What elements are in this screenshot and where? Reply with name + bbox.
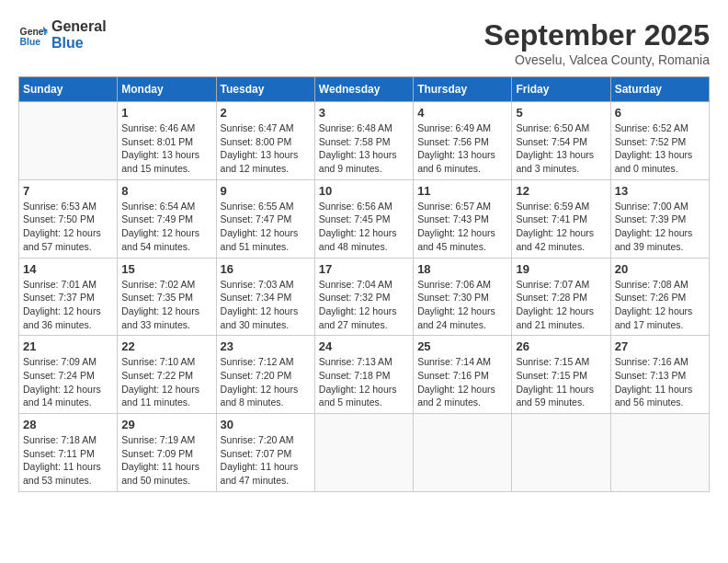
day-cell: 24Sunrise: 7:13 AMSunset: 7:18 PMDayligh… <box>314 336 413 414</box>
logo-line2: Blue <box>51 35 107 52</box>
header-cell-thursday: Thursday <box>414 77 512 102</box>
day-number: 29 <box>121 418 211 431</box>
day-number: 12 <box>516 184 606 198</box>
day-cell: 16Sunrise: 7:03 AMSunset: 7:34 PMDayligh… <box>216 258 314 336</box>
day-number: 9 <box>221 184 311 198</box>
day-cell: 23Sunrise: 7:12 AMSunset: 7:20 PMDayligh… <box>216 336 314 414</box>
day-info: Sunrise: 7:13 AMSunset: 7:18 PMDaylight:… <box>319 355 409 409</box>
day-cell <box>512 414 610 492</box>
day-info: Sunrise: 6:47 AMSunset: 8:00 PMDaylight:… <box>221 121 311 176</box>
day-cell <box>610 414 709 492</box>
page-header: General Blue General Blue September 2025… <box>18 18 710 67</box>
header-cell-wednesday: Wednesday <box>314 77 413 102</box>
day-info: Sunrise: 7:03 AMSunset: 7:34 PMDaylight:… <box>221 278 311 332</box>
day-cell: 5Sunrise: 6:50 AMSunset: 7:54 PMDaylight… <box>512 102 610 180</box>
day-number: 2 <box>221 106 311 120</box>
day-number: 15 <box>121 262 211 276</box>
day-number: 17 <box>319 262 409 276</box>
day-info: Sunrise: 6:50 AMSunset: 7:54 PMDaylight:… <box>516 121 606 176</box>
day-cell <box>314 414 413 492</box>
week-row-4: 28Sunrise: 7:18 AMSunset: 7:11 PMDayligh… <box>19 414 710 492</box>
day-number: 24 <box>319 339 409 353</box>
day-info: Sunrise: 6:46 AMSunset: 8:01 PMDaylight:… <box>121 121 211 176</box>
day-info: Sunrise: 6:52 AMSunset: 7:52 PMDaylight:… <box>615 121 705 176</box>
day-number: 23 <box>221 339 311 353</box>
day-number: 27 <box>615 339 705 353</box>
day-number: 28 <box>23 418 113 431</box>
day-number: 30 <box>221 418 311 431</box>
day-number: 5 <box>516 106 606 120</box>
day-info: Sunrise: 6:54 AMSunset: 7:49 PMDaylight:… <box>121 200 211 254</box>
day-cell: 29Sunrise: 7:19 AMSunset: 7:09 PMDayligh… <box>118 414 216 492</box>
day-number: 8 <box>121 184 211 198</box>
day-info: Sunrise: 6:53 AMSunset: 7:50 PMDaylight:… <box>23 200 113 254</box>
calendar-header: SundayMondayTuesdayWednesdayThursdayFrid… <box>19 77 710 102</box>
day-cell: 9Sunrise: 6:55 AMSunset: 7:47 PMDaylight… <box>216 179 314 258</box>
location-subtitle: Oveselu, Valcea County, Romania <box>484 52 710 67</box>
day-info: Sunrise: 6:56 AMSunset: 7:45 PMDaylight:… <box>319 200 409 254</box>
title-area: September 2025 Oveselu, Valcea County, R… <box>484 18 710 67</box>
day-cell: 21Sunrise: 7:09 AMSunset: 7:24 PMDayligh… <box>19 336 118 414</box>
day-cell: 18Sunrise: 7:06 AMSunset: 7:30 PMDayligh… <box>414 258 512 336</box>
day-info: Sunrise: 7:06 AMSunset: 7:30 PMDaylight:… <box>417 278 507 332</box>
day-number: 7 <box>23 184 113 198</box>
day-cell: 6Sunrise: 6:52 AMSunset: 7:52 PMDaylight… <box>610 102 709 180</box>
day-number: 21 <box>23 339 113 353</box>
logo: General Blue General Blue <box>18 18 107 51</box>
day-number: 19 <box>516 262 606 276</box>
day-info: Sunrise: 7:07 AMSunset: 7:28 PMDaylight:… <box>516 278 606 332</box>
day-number: 11 <box>417 184 507 198</box>
day-number: 6 <box>615 106 705 120</box>
day-cell: 26Sunrise: 7:15 AMSunset: 7:15 PMDayligh… <box>512 336 610 414</box>
day-cell: 11Sunrise: 6:57 AMSunset: 7:43 PMDayligh… <box>414 179 512 258</box>
day-number: 4 <box>417 106 507 120</box>
week-row-2: 14Sunrise: 7:01 AMSunset: 7:37 PMDayligh… <box>19 258 710 336</box>
day-cell: 15Sunrise: 7:02 AMSunset: 7:35 PMDayligh… <box>118 258 216 336</box>
day-info: Sunrise: 7:12 AMSunset: 7:20 PMDaylight:… <box>221 355 311 409</box>
week-row-3: 21Sunrise: 7:09 AMSunset: 7:24 PMDayligh… <box>19 336 710 414</box>
day-info: Sunrise: 7:08 AMSunset: 7:26 PMDaylight:… <box>615 278 705 332</box>
day-cell: 12Sunrise: 6:59 AMSunset: 7:41 PMDayligh… <box>512 179 610 258</box>
day-cell: 30Sunrise: 7:20 AMSunset: 7:07 PMDayligh… <box>216 414 314 492</box>
day-cell: 14Sunrise: 7:01 AMSunset: 7:37 PMDayligh… <box>19 258 118 336</box>
svg-text:Blue: Blue <box>20 37 41 47</box>
day-info: Sunrise: 7:04 AMSunset: 7:32 PMDaylight:… <box>319 278 409 332</box>
day-number: 13 <box>615 184 705 198</box>
day-info: Sunrise: 7:10 AMSunset: 7:22 PMDaylight:… <box>121 355 211 409</box>
day-info: Sunrise: 7:14 AMSunset: 7:16 PMDaylight:… <box>417 355 507 409</box>
day-cell: 13Sunrise: 7:00 AMSunset: 7:39 PMDayligh… <box>610 179 709 258</box>
day-info: Sunrise: 7:09 AMSunset: 7:24 PMDaylight:… <box>23 355 113 409</box>
day-cell: 22Sunrise: 7:10 AMSunset: 7:22 PMDayligh… <box>118 336 216 414</box>
header-cell-friday: Friday <box>512 77 610 102</box>
day-info: Sunrise: 7:01 AMSunset: 7:37 PMDaylight:… <box>23 278 113 332</box>
header-cell-sunday: Sunday <box>19 77 118 102</box>
day-number: 26 <box>516 339 606 353</box>
day-cell: 7Sunrise: 6:53 AMSunset: 7:50 PMDaylight… <box>19 179 118 258</box>
day-cell: 10Sunrise: 6:56 AMSunset: 7:45 PMDayligh… <box>314 179 413 258</box>
day-cell: 8Sunrise: 6:54 AMSunset: 7:49 PMDaylight… <box>118 179 216 258</box>
logo-line1: General <box>51 18 107 35</box>
day-info: Sunrise: 7:00 AMSunset: 7:39 PMDaylight:… <box>615 200 705 254</box>
day-info: Sunrise: 6:55 AMSunset: 7:47 PMDaylight:… <box>221 200 311 254</box>
week-row-0: 1Sunrise: 6:46 AMSunset: 8:01 PMDaylight… <box>19 102 710 180</box>
calendar-body: 1Sunrise: 6:46 AMSunset: 8:01 PMDaylight… <box>19 102 710 492</box>
day-number: 14 <box>23 262 113 276</box>
day-cell: 4Sunrise: 6:49 AMSunset: 7:56 PMDaylight… <box>414 102 512 180</box>
day-number: 18 <box>417 262 507 276</box>
day-info: Sunrise: 7:19 AMSunset: 7:09 PMDaylight:… <box>121 433 211 488</box>
day-number: 3 <box>319 106 409 120</box>
day-info: Sunrise: 7:20 AMSunset: 7:07 PMDaylight:… <box>221 433 311 488</box>
day-cell: 17Sunrise: 7:04 AMSunset: 7:32 PMDayligh… <box>314 258 413 336</box>
day-cell: 3Sunrise: 6:48 AMSunset: 7:58 PMDaylight… <box>314 102 413 180</box>
day-info: Sunrise: 7:15 AMSunset: 7:15 PMDaylight:… <box>516 355 606 409</box>
day-cell: 28Sunrise: 7:18 AMSunset: 7:11 PMDayligh… <box>19 414 118 492</box>
day-cell: 2Sunrise: 6:47 AMSunset: 8:00 PMDaylight… <box>216 102 314 180</box>
week-row-1: 7Sunrise: 6:53 AMSunset: 7:50 PMDaylight… <box>19 179 710 258</box>
day-info: Sunrise: 7:18 AMSunset: 7:11 PMDaylight:… <box>23 433 113 488</box>
day-info: Sunrise: 6:57 AMSunset: 7:43 PMDaylight:… <box>417 200 507 254</box>
day-number: 25 <box>417 339 507 353</box>
day-number: 10 <box>319 184 409 198</box>
header-cell-saturday: Saturday <box>610 77 709 102</box>
day-info: Sunrise: 7:16 AMSunset: 7:13 PMDaylight:… <box>615 355 705 409</box>
header-row: SundayMondayTuesdayWednesdayThursdayFrid… <box>19 77 710 102</box>
